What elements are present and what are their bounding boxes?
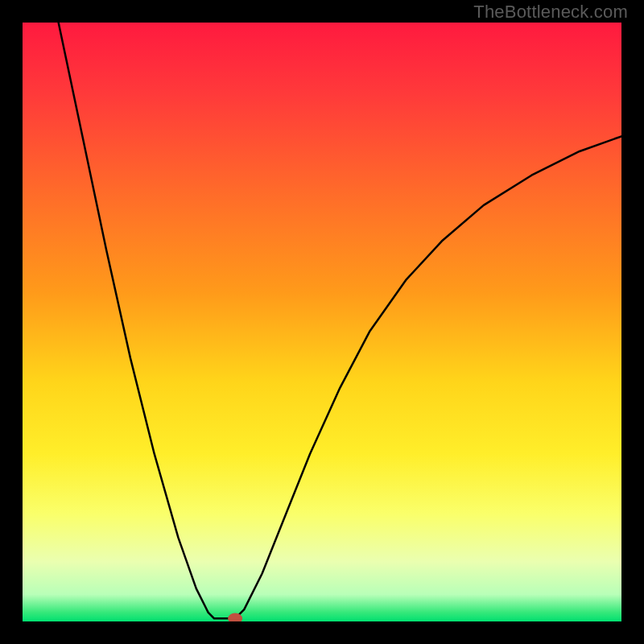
gradient-background bbox=[23, 23, 621, 621]
plot-area bbox=[23, 23, 621, 621]
bottleneck-chart bbox=[23, 23, 621, 621]
chart-container: TheBottleneck.com bbox=[0, 0, 644, 644]
watermark-text: TheBottleneck.com bbox=[473, 2, 628, 23]
